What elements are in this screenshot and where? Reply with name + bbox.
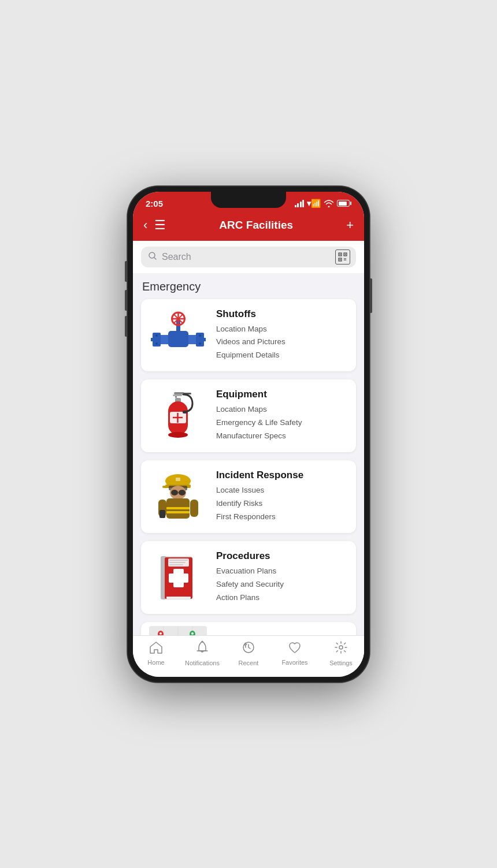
- status-time: 2:05: [146, 199, 163, 208]
- app-title: ARC Facilities: [219, 219, 293, 232]
- svg-rect-41: [162, 486, 168, 488]
- svg-point-26: [199, 334, 201, 337]
- tab-settings[interactable]: Settings: [324, 640, 358, 666]
- svg-rect-7: [340, 259, 341, 260]
- svg-rect-48: [166, 507, 190, 509]
- procedures-image: [149, 552, 207, 603]
- svg-point-24: [155, 334, 158, 337]
- search-icon: [148, 251, 157, 263]
- svg-rect-5: [345, 254, 346, 255]
- shutoffs-title: Shutoffs: [216, 308, 348, 320]
- svg-rect-9: [346, 258, 347, 259]
- svg-point-27: [199, 342, 201, 345]
- tab-favorites[interactable]: Favorites: [277, 641, 312, 666]
- settings-icon: [334, 640, 348, 658]
- procedures-subtitles: Evacuation Plans Safety and Security Act…: [216, 565, 348, 605]
- tab-notifications[interactable]: Notifications: [185, 640, 220, 666]
- incident-response-title: Incident Response: [216, 470, 348, 481]
- procedures-title: Procedures: [216, 550, 348, 562]
- svg-rect-46: [190, 500, 198, 517]
- svg-point-25: [155, 342, 158, 345]
- procedures-icon: [152, 552, 204, 603]
- section-title: Emergency: [141, 280, 356, 293]
- svg-point-51: [179, 490, 186, 496]
- search-bar[interactable]: Search: [141, 247, 356, 267]
- equipment-image: [149, 390, 207, 442]
- svg-rect-11: [346, 259, 347, 260]
- svg-point-83: [339, 646, 343, 649]
- svg-rect-63: [166, 597, 191, 599]
- home-icon: [149, 641, 163, 657]
- card-incident-response[interactable]: Incident Response Locate Issues Identify…: [141, 460, 356, 533]
- tab-bar: Home Notifications: [133, 635, 364, 677]
- svg-rect-58: [169, 573, 188, 583]
- svg-rect-15: [168, 331, 188, 347]
- notch: [211, 192, 286, 208]
- tab-notifications-label: Notifications: [185, 660, 220, 666]
- tab-recent-label: Recent: [239, 660, 259, 666]
- equipment-info: Equipment Location Maps Emergency & Life…: [207, 389, 348, 443]
- tab-recent[interactable]: Recent: [231, 640, 266, 666]
- tab-favorites-label: Favorites: [281, 659, 307, 666]
- recent-icon: [242, 640, 255, 658]
- card-equipment[interactable]: Equipment Location Maps Emergency & Life…: [141, 379, 356, 452]
- procedures-info: Procedures Evacuation Plans Safety and S…: [207, 550, 348, 605]
- svg-rect-53: [176, 478, 180, 481]
- signal-icon: [295, 200, 305, 207]
- equipment-subtitles: Location Maps Emergency & Life Safety Ma…: [216, 403, 348, 443]
- notifications-icon: [196, 640, 209, 658]
- svg-point-37: [168, 432, 188, 438]
- svg-rect-60: [169, 560, 188, 561]
- equipment-title: Equipment: [216, 389, 348, 400]
- shutoffs-image: [149, 309, 207, 361]
- header-left: ‹ ☰: [143, 218, 166, 233]
- svg-rect-3: [340, 254, 341, 255]
- svg-rect-38: [183, 411, 187, 413]
- wifi-icon: ▾📶: [307, 199, 321, 208]
- incident-response-subtitles: Locate Issues Identify Risks First Respo…: [216, 484, 348, 524]
- menu-button[interactable]: ☰: [154, 218, 166, 233]
- svg-point-50: [171, 490, 178, 496]
- phone-frame: 2:05 ▾📶: [127, 186, 370, 683]
- qr-button[interactable]: [335, 249, 350, 265]
- maps-icon: [149, 626, 207, 635]
- add-button[interactable]: +: [346, 218, 354, 233]
- search-container: Search: [133, 241, 364, 273]
- shutoffs-info: Shutoffs Location Maps Videos and Pictur…: [207, 308, 348, 363]
- tab-settings-label: Settings: [329, 660, 353, 666]
- incident-response-info: Incident Response Locate Issues Identify…: [207, 470, 348, 524]
- svg-rect-62: [169, 564, 183, 565]
- card-clickable-maps[interactable]: Clickable Maps: [141, 622, 356, 635]
- svg-rect-10: [344, 259, 345, 260]
- svg-point-81: [202, 640, 203, 642]
- shutoffs-subtitles: Location Maps Videos and Pictures Equipm…: [216, 323, 348, 363]
- content-area: Emergency: [133, 273, 364, 635]
- back-button[interactable]: ‹: [143, 218, 147, 233]
- search-placeholder: Search: [162, 252, 349, 262]
- tab-home-label: Home: [147, 659, 164, 666]
- status-icons: ▾📶: [295, 199, 352, 208]
- card-shutoffs[interactable]: Shutoffs Location Maps Videos and Pictur…: [141, 299, 356, 372]
- shutoffs-icon: [151, 311, 206, 360]
- incident-response-image: [149, 471, 207, 523]
- svg-rect-49: [166, 511, 190, 513]
- svg-rect-31: [173, 394, 182, 396]
- clickable-maps-image: [149, 626, 207, 635]
- wifi-icon-svg: [324, 199, 334, 207]
- app-header: ‹ ☰ ARC Facilities +: [133, 212, 364, 241]
- phone-screen: 2:05 ▾📶: [133, 192, 364, 677]
- tab-home[interactable]: Home: [139, 641, 173, 666]
- favorites-icon: [288, 641, 302, 657]
- svg-rect-47: [160, 510, 165, 518]
- svg-line-1: [154, 257, 157, 259]
- svg-rect-8: [344, 258, 345, 259]
- incident-response-icon: [154, 470, 203, 524]
- card-procedures[interactable]: Procedures Evacuation Plans Safety and S…: [141, 541, 356, 614]
- equipment-icon: [158, 390, 198, 442]
- svg-rect-61: [169, 562, 186, 563]
- battery-icon: [337, 200, 351, 207]
